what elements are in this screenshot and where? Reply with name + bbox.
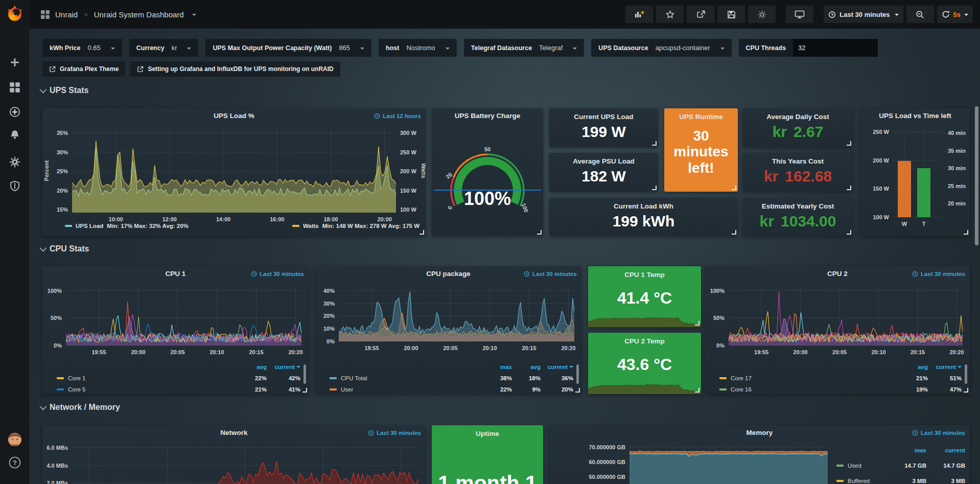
legend-item[interactable]: Buffered [836,478,891,484]
resize-handle[interactable] [847,186,851,190]
resize-handle[interactable] [695,388,699,393]
share-dashboard-button[interactable] [687,6,714,23]
legend-scrollbar[interactable] [576,364,579,384]
legend-scrollbar[interactable] [304,364,306,384]
variable-telegraf-datasource[interactable]: Telegraf Datasource Telegraf [464,39,585,57]
panel-title[interactable]: UPS Load vs Time left [860,112,970,120]
grafana-logo[interactable] [6,5,24,25]
stat-value: kr162.68 [764,169,832,184]
panel-title[interactable]: Average PSU Load [573,157,634,165]
svg-text:19:55: 19:55 [91,349,106,355]
legend-item[interactable]: Core 17 [719,375,896,381]
panel-title[interactable]: CPU 1 Temp [624,271,665,279]
add-panel-button[interactable] [625,6,653,23]
panel-title[interactable]: Memory [549,429,970,436]
panel-title[interactable]: Average Daily Cost [766,113,829,121]
dashboard-title-caret-icon[interactable] [192,14,196,18]
sidebar-item-configuration[interactable] [9,156,20,170]
panel-time-range[interactable]: Last 30 minutes [912,271,965,277]
resize-handle[interactable] [847,230,851,235]
panel-title[interactable]: Estimated Yearly Cost [762,202,834,210]
breadcrumb-separator: > [84,11,88,18]
panel-title[interactable]: Uptime [476,430,499,437]
star-dashboard-button[interactable] [656,6,684,23]
save-dashboard-button[interactable] [717,6,745,23]
legend-item[interactable]: Core 1 [57,375,235,381]
variable-host[interactable]: host Nostromo [379,39,457,57]
resize-handle[interactable] [652,141,657,146]
legend-item[interactable]: Core 5 [57,386,235,393]
dashboard-title[interactable]: Unraid System Dashboard [94,10,184,19]
panel-title[interactable]: Current UPS Load [574,113,633,121]
section-cpu-stats[interactable]: CPU Stats [40,244,89,253]
link-grafana-plex-theme[interactable]: Grafana Plex Theme [42,61,125,77]
legend-item[interactable]: Core 16 [719,386,896,393]
panel-title[interactable]: UPS Runtime [679,113,723,121]
apps-grid-icon[interactable] [40,10,50,19]
resize-handle[interactable] [695,321,699,326]
variable-currency[interactable]: Currency kr [129,39,199,57]
resize-handle[interactable] [419,230,424,235]
legend-item[interactable]: UPS LoadMin: 17% Max: 32% Avg: 20% [65,223,189,229]
legend-item[interactable]: WattsMin: 148 W Max: 278 W Avg: 175 W [292,223,419,229]
svg-text:20:05: 20:05 [443,345,457,351]
panel-time-range[interactable]: Last 30 minutes [251,271,304,277]
resize-handle[interactable] [302,388,307,393]
time-range-picker[interactable]: Last 30 minutes [824,6,903,23]
ups-load-vs-time-chart[interactable]: 250 W200 W150 W100 W40 min35 min30 min25… [860,108,970,236]
dashboard-settings-button[interactable] [748,6,776,23]
svg-text:150 W: 150 W [873,186,889,192]
resize-handle[interactable] [732,230,736,235]
resize-handle[interactable] [847,141,851,146]
resize-handle[interactable] [964,388,968,393]
svg-text:19:55: 19:55 [754,349,768,355]
link-ups-monitoring-guide[interactable]: Setting up Grafana and InfluxDB for UPS … [130,61,340,77]
refresh-picker[interactable]: 5s [937,6,973,23]
panel-time-range[interactable]: Last 30 minutes [524,271,577,277]
resize-handle[interactable] [964,230,968,235]
chevron-down-icon [39,245,46,252]
panel-time-range[interactable]: Last 30 minutes [368,430,421,436]
sidebar-item-server-admin[interactable] [9,180,20,194]
variable-kwh-price[interactable]: kWh Price 0.65 [42,39,122,57]
section-network-memory[interactable]: Network / Memory [40,403,120,412]
legend-item[interactable]: Used [836,463,891,469]
legend-item[interactable]: User [330,386,483,393]
variable-label: Telegraf Datasource [471,44,532,52]
resize-handle[interactable] [652,186,657,190]
panel-cpu1-temp: CPU 1 Temp 41.4 °C [588,266,701,327]
resize-handle[interactable] [575,388,580,393]
section-ups-stats[interactable]: UPS Stats [40,86,88,95]
panel-cpu1: CPU 1 Last 30 minutes 100%50%0%19:5520:0… [42,266,309,394]
sidebar-item-help[interactable]: ? [8,456,21,471]
legend-scrollbar[interactable] [965,364,967,384]
sidebar-item-alerting[interactable] [9,129,20,143]
variable-ups-max-output[interactable]: UPS Max Output Power Capacity (Watt) 865 [205,39,371,57]
zoom-out-time-button[interactable] [906,6,934,23]
chart-legend: UPS LoadMin: 17% Max: 32% Avg: 20% Watts… [65,223,419,229]
legend-item[interactable]: CPU Total [330,375,483,381]
time-range-caret-icon [895,14,899,18]
panel-title[interactable]: Current Load kWh [614,202,673,210]
sidebar-item-create[interactable] [10,57,20,70]
panel-time-range[interactable]: Last 30 minutes [912,430,965,436]
breadcrumb-section[interactable]: Unraid [55,10,78,19]
panel-title[interactable]: UPS Battery Charge [432,112,543,120]
panel-title[interactable]: This Years Cost [772,157,824,165]
sidebar-item-dashboards[interactable] [9,82,20,95]
panel-title[interactable]: CPU 2 Temp [624,337,665,345]
refresh-interval-label: 5s [953,11,961,18]
battery-gauge[interactable]: 02050100100% [432,108,543,236]
sidebar-item-explore[interactable] [9,106,20,120]
panel-time-range[interactable]: Last 12 hours [374,113,421,119]
stat-value: 1 month 1 [432,471,543,484]
cycle-view-mode-button[interactable] [786,6,813,23]
variable-ups-datasource[interactable]: UPS Datasource apcupsd-container [591,39,731,57]
ups-load-chart[interactable]: 35%300 W30%250 W25%200 W20%150 W15%100 W… [42,108,426,236]
resize-handle[interactable] [732,186,736,190]
page-scrollbar-thumb[interactable] [975,106,978,245]
user-avatar[interactable] [7,431,23,450]
resize-handle[interactable] [537,230,542,235]
panel-title[interactable]: UPS Load % [42,112,426,120]
cpu-threads-input[interactable] [793,39,878,57]
